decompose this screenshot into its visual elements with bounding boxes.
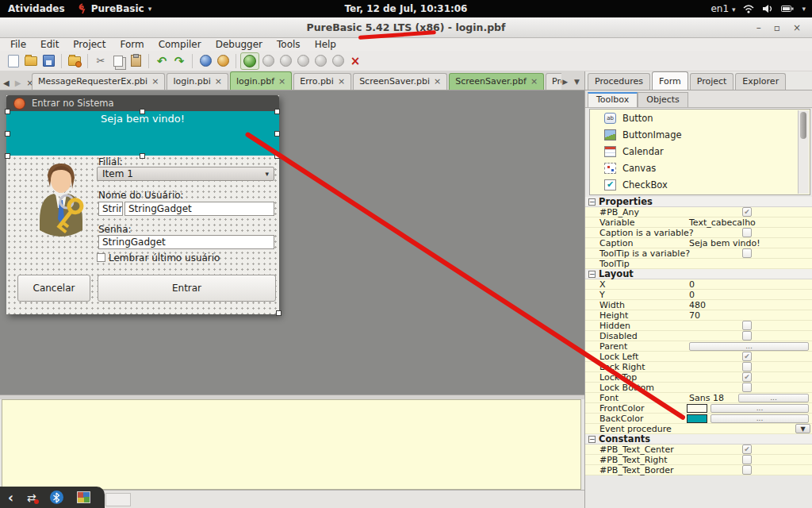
file-tab-messagerequesterex[interactable]: MessageRequesterEx.pbi× — [32, 73, 165, 90]
designed-form-window[interactable]: Entrar no Sistema Seja bem vindo! — [6, 95, 279, 314]
selection-handle[interactable] — [5, 153, 10, 159]
lock-left-checkbox[interactable] — [742, 352, 752, 361]
selection-handle[interactable] — [5, 109, 10, 114]
wifi-icon[interactable] — [743, 4, 754, 13]
pause-button[interactable] — [259, 53, 277, 69]
tab-close-icon[interactable]: × — [434, 76, 441, 87]
event-procedure-dropdown[interactable]: ▼ — [795, 424, 810, 433]
selection-handle[interactable] — [140, 153, 145, 159]
caption-variable-checkbox[interactable] — [742, 228, 752, 237]
menu-project[interactable]: Project — [66, 39, 113, 50]
cancel-button[interactable]: Cancelar — [17, 275, 90, 302]
filial-combobox[interactable]: Item 1 ▾ — [97, 167, 274, 181]
menu-help[interactable]: Help — [308, 39, 343, 50]
maximize-button[interactable]: ▫ — [774, 22, 780, 33]
lock-bottom-checkbox[interactable] — [742, 383, 752, 392]
disabled-checkbox[interactable] — [742, 331, 752, 341]
x-value[interactable]: 0 — [689, 279, 695, 290]
volume-icon[interactable] — [762, 4, 773, 13]
user-key-avatar[interactable] — [30, 160, 92, 246]
selection-handle[interactable] — [5, 131, 10, 137]
subtab-toolbox[interactable]: Toolbox — [588, 92, 638, 107]
text-right-checkbox[interactable] — [742, 455, 752, 464]
cut-button[interactable]: ✂ — [92, 53, 109, 69]
tabs-scroll-left-button[interactable]: ◀ — [3, 79, 10, 87]
tab-project[interactable]: Project — [690, 73, 734, 90]
font-picker-button[interactable]: ... — [738, 394, 809, 402]
tab-overflow-next-icon[interactable]: ▶ — [562, 78, 568, 86]
tab-explorer[interactable]: Explorer — [735, 73, 786, 90]
collapse-icon[interactable]: − — [588, 436, 596, 443]
backcolor-swatch[interactable] — [687, 414, 707, 423]
close-file-button[interactable] — [66, 53, 83, 69]
toolbox-item-canvas[interactable]: Canvas — [590, 160, 810, 176]
enter-button[interactable]: Entrar — [98, 275, 276, 302]
frontcolor-swatch[interactable] — [687, 404, 707, 413]
hidden-checkbox[interactable] — [742, 321, 752, 330]
width-value[interactable]: 480 — [689, 300, 706, 310]
scrollbar-thumb[interactable] — [800, 112, 806, 139]
bluetooth-icon[interactable] — [50, 491, 63, 504]
file-tab-login-pbf[interactable]: login.pbf× — [230, 71, 292, 90]
toolbox-item-checkbox[interactable]: CheckBox — [590, 176, 810, 193]
step-over-button[interactable] — [312, 53, 329, 69]
file-tab-login-pbi[interactable]: login.pbi× — [167, 73, 228, 90]
remember-checkbox[interactable] — [97, 253, 105, 262]
form-resize-handle[interactable] — [276, 310, 282, 316]
password-input[interactable]: StringGadget — [98, 235, 274, 249]
backcolor-picker-button[interactable]: ... — [710, 414, 809, 423]
menu-tools[interactable]: Tools — [270, 39, 308, 50]
battery-icon[interactable] — [781, 5, 794, 13]
section-constants[interactable]: −Constants — [585, 434, 812, 444]
form-designer-workspace[interactable]: Entrar no Sistema Seja bem vindo! — [0, 90, 584, 394]
open-file-button[interactable] — [22, 53, 40, 69]
back-chevron-icon[interactable]: ‹ — [8, 490, 13, 506]
toolbox-item-calendar[interactable]: Calendar — [590, 143, 810, 160]
save-file-button[interactable] — [40, 53, 57, 69]
font-value[interactable]: Sans 18 — [689, 393, 724, 403]
step-out-button[interactable] — [329, 53, 347, 69]
minimize-button[interactable]: – — [756, 22, 761, 33]
selection-handle[interactable] — [274, 109, 280, 114]
copy-button[interactable] — [109, 53, 127, 69]
designed-form-body[interactable]: Filial: Item 1 ▾ Nome do Usuário: String… — [6, 156, 279, 314]
selection-handle[interactable] — [140, 109, 145, 114]
run-button[interactable] — [240, 52, 259, 70]
tooltip-variable-checkbox[interactable] — [742, 248, 752, 258]
lock-top-checkbox[interactable] — [742, 372, 752, 382]
caption-value[interactable]: Seja bem vindo! — [689, 238, 760, 248]
selection-handle[interactable] — [274, 131, 280, 137]
undo-button[interactable]: ↶ — [153, 53, 170, 69]
parent-button[interactable]: ... — [689, 342, 809, 351]
file-tab-screensaver-pbf[interactable]: ScreenSaver.pbf× — [449, 73, 544, 90]
menu-compiler[interactable]: Compiler — [151, 39, 209, 50]
collapse-icon[interactable]: − — [588, 198, 596, 206]
file-tab-processos-modulo[interactable]: Processos_Modulo.pbi× — [546, 73, 561, 90]
tab-close-icon[interactable]: × — [278, 76, 285, 87]
username-label[interactable]: Nome do Usuário: — [98, 190, 184, 201]
variable-value[interactable]: Text_cabecalho — [689, 217, 756, 228]
file-tab-erro[interactable]: Erro.pbi× — [293, 73, 351, 90]
clock[interactable]: Ter, 12 de Jul, 10:31:06 — [0, 0, 812, 17]
menu-debugger[interactable]: Debugger — [209, 39, 270, 50]
compile-debugger-button[interactable] — [214, 53, 232, 69]
username-input[interactable]: StringGadget — [124, 202, 274, 216]
toolbox-item-buttonimage[interactable]: ButtonImage — [590, 126, 810, 143]
collapse-icon[interactable]: − — [588, 271, 596, 278]
lock-right-checkbox[interactable] — [742, 362, 752, 371]
error-log-panel[interactable] — [2, 399, 581, 490]
kill-program-button[interactable]: × — [347, 53, 364, 69]
sync-tray-icon[interactable]: ⇄ — [27, 491, 36, 504]
stop-button[interactable] — [277, 53, 294, 69]
keyboard-layout-indicator[interactable]: en1 ▾ — [710, 3, 735, 14]
remember-label[interactable]: Lembrar último usuário — [109, 252, 220, 264]
menu-form[interactable]: Form — [113, 39, 151, 50]
y-value[interactable]: 0 — [689, 290, 695, 300]
text-center-checkbox[interactable] — [742, 444, 752, 454]
system-menu-chevron-icon[interactable]: ▾ — [802, 5, 806, 13]
menu-edit[interactable]: Edit — [33, 39, 66, 50]
file-tab-screensaver-pbi[interactable]: ScreenSaver.pbi× — [353, 73, 447, 90]
pb-any-checkbox[interactable] — [742, 207, 752, 217]
window-thumbnail-icon[interactable] — [77, 491, 90, 503]
compile-button[interactable] — [197, 53, 214, 69]
